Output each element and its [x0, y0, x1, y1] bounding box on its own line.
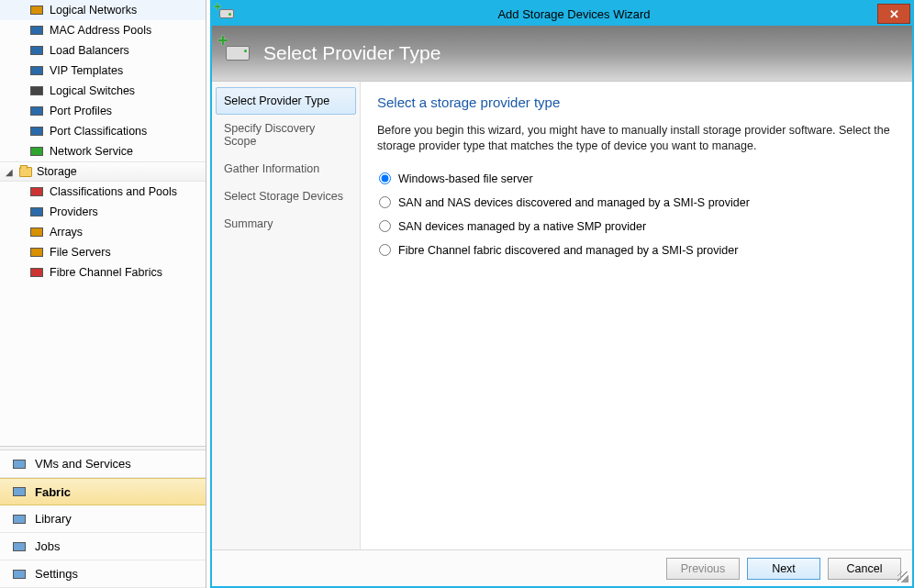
tree-item-label: Providers: [50, 205, 98, 218]
close-button[interactable]: ✕: [877, 4, 910, 24]
next-button[interactable]: Next: [747, 558, 820, 580]
radio-row: SAN and NAS devices discovered and manag…: [377, 191, 896, 215]
nav-bottom-label: Jobs: [35, 539, 60, 553]
tree-item-label: Port Classifications: [50, 125, 147, 138]
tree-item[interactable]: Port Profiles: [0, 101, 206, 121]
nav-bottom-icon: [11, 511, 28, 527]
tree-item-icon: [29, 23, 44, 38]
app-root: Logical NetworksMAC Address PoolsLoad Ba…: [0, 0, 914, 588]
caret-icon: ◢: [4, 167, 15, 177]
wizard-footer: Previous Next Cancel: [212, 549, 912, 586]
cancel-button[interactable]: Cancel: [828, 558, 901, 580]
previous-button[interactable]: Previous: [666, 558, 740, 580]
tree-item[interactable]: Load Balancers: [0, 40, 206, 61]
tree-item-icon: [29, 124, 44, 139]
wizard-step[interactable]: Select Provider Type: [216, 87, 356, 115]
nav-bottom-label: Library: [35, 512, 72, 526]
radio-label[interactable]: Fibre Channel fabric discovered and mana…: [398, 244, 738, 257]
tree-item[interactable]: Fibre Channel Fabrics: [0, 262, 206, 283]
nav-bottom-item[interactable]: Settings: [0, 560, 206, 588]
radio-input[interactable]: [379, 220, 391, 232]
nav-bottom-icon: [11, 456, 28, 472]
nav-bottom-icon: [11, 483, 28, 500]
tree-item[interactable]: Network Service: [0, 141, 206, 161]
tree-item[interactable]: Providers: [0, 202, 206, 222]
wizard-window-title: Add Storage Devices Wizard: [236, 7, 912, 21]
tree-item-icon: [29, 144, 44, 159]
tree-item-icon: [29, 184, 44, 199]
nav-bottom-icon: [11, 566, 28, 582]
content-heading: Select a storage provider type: [377, 94, 896, 110]
wizard-body: Select Provider TypeSpecify Discovery Sc…: [212, 81, 912, 549]
wizard-title-icon: +: [217, 5, 236, 23]
tree-item-label: Logical Networks: [50, 4, 137, 17]
tree-item[interactable]: VIP Templates: [0, 61, 206, 81]
radio-input[interactable]: [379, 172, 391, 184]
radio-label[interactable]: Windows-based file server: [398, 172, 533, 185]
wizard-header-title: Select Provider Type: [263, 42, 440, 64]
tree-item[interactable]: Logical Networks: [0, 0, 206, 20]
wizard-step[interactable]: Specify Discovery Scope: [216, 115, 356, 155]
radio-row: Fibre Channel fabric discovered and mana…: [377, 239, 896, 262]
wizard-step[interactable]: Summary: [216, 210, 356, 238]
tree-item[interactable]: Arrays: [0, 222, 206, 242]
wizard-header: + Select Provider Type: [212, 26, 912, 81]
nav-bottom-item[interactable]: VMs and Services: [0, 450, 206, 478]
wizard-window: + Add Storage Devices Wizard ✕ + Select …: [210, 0, 914, 588]
tree-item-icon: [29, 104, 44, 118]
tree-item-icon: [29, 245, 44, 260]
nav-bottom-item[interactable]: Fabric: [0, 478, 206, 505]
tree-item-icon: [29, 3, 44, 17]
radio-row: SAN devices managed by a native SMP prov…: [377, 215, 896, 239]
nav-bottom-item[interactable]: Library: [0, 505, 206, 533]
tree-item-label: Classifications and Pools: [50, 185, 177, 198]
nav-bottom-icon: [11, 538, 28, 555]
tree-item-label: Network Service: [50, 145, 133, 158]
nav-tree: Logical NetworksMAC Address PoolsLoad Ba…: [0, 0, 206, 446]
tree-item-label: Load Balancers: [50, 44, 129, 57]
wizard-header-icon: +: [223, 39, 252, 67]
radio-label[interactable]: SAN devices managed by a native SMP prov…: [398, 220, 646, 233]
nav-bottom-label: VMs and Services: [35, 457, 131, 471]
storage-folder-icon: [18, 164, 33, 179]
radio-input[interactable]: [379, 196, 391, 208]
tree-item-label: File Servers: [50, 246, 111, 259]
resize-grip[interactable]: [897, 571, 908, 582]
wizard-step[interactable]: Gather Information: [216, 155, 356, 183]
nav-bottom-label: Settings: [35, 567, 78, 581]
tree-item-icon: [29, 63, 44, 78]
tree-item[interactable]: Classifications and Pools: [0, 182, 206, 202]
tree-header-label: Storage: [37, 165, 77, 178]
wizard-titlebar[interactable]: + Add Storage Devices Wizard ✕: [212, 2, 912, 26]
wizard-step[interactable]: Select Storage Devices: [216, 183, 356, 210]
tree-item[interactable]: Logical Switches: [0, 81, 206, 101]
tree-item-icon: [29, 265, 44, 280]
radio-input[interactable]: [379, 244, 391, 256]
tree-item-icon: [29, 205, 44, 219]
tree-item-label: Logical Switches: [50, 84, 135, 97]
tree-item[interactable]: Port Classifications: [0, 121, 206, 141]
tree-item-icon: [29, 225, 44, 239]
close-icon: ✕: [889, 7, 899, 21]
tree-item-label: MAC Address Pools: [50, 24, 151, 37]
nav-bottom-item[interactable]: Jobs: [0, 533, 206, 560]
tree-item[interactable]: MAC Address Pools: [0, 20, 206, 40]
radio-group: Windows-based file serverSAN and NAS dev…: [377, 167, 896, 262]
radio-row: Windows-based file server: [377, 167, 896, 191]
tree-item[interactable]: File Servers: [0, 242, 206, 262]
wizard-steps: Select Provider TypeSpecify Discovery Sc…: [212, 82, 361, 549]
tree-item-label: Port Profiles: [50, 105, 112, 117]
tree-item-label: Arrays: [50, 226, 83, 239]
tree-item-icon: [29, 83, 44, 98]
nav-bottom: VMs and ServicesFabricLibraryJobsSetting…: [0, 449, 206, 588]
content-intro: Before you begin this wizard, you might …: [377, 123, 896, 154]
tree-item-label: Fibre Channel Fabrics: [50, 266, 162, 279]
tree-item-icon: [29, 43, 44, 58]
nav-panel: Logical NetworksMAC Address PoolsLoad Ba…: [0, 0, 206, 588]
nav-bottom-label: Fabric: [35, 485, 71, 499]
radio-label[interactable]: SAN and NAS devices discovered and manag…: [398, 196, 750, 209]
wizard-content: Select a storage provider type Before yo…: [361, 82, 912, 549]
tree-item-label: VIP Templates: [50, 64, 123, 77]
tree-header-storage[interactable]: ◢ Storage: [0, 161, 206, 182]
